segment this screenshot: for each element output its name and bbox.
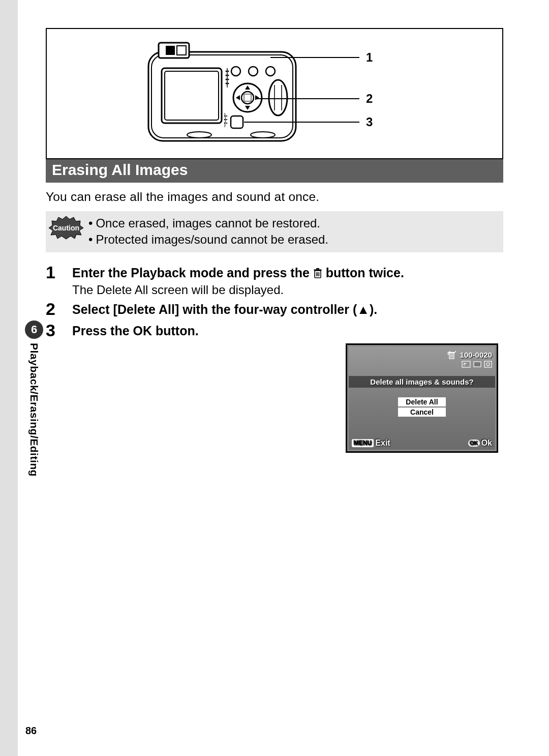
svg-point-21 [228,71,229,72]
svg-point-12 [266,67,275,76]
svg-point-10 [231,67,240,76]
step-3: 3 Press the OK button. [46,322,503,340]
side-tab [0,0,18,756]
svg-point-24 [226,79,227,80]
menu-badge: MENU [352,439,374,447]
exit-label: Exit [375,439,390,448]
svg-point-27 [228,83,229,84]
svg-point-11 [249,67,258,76]
step-number: 1 [46,264,72,298]
callout-1: 1 [366,50,373,65]
step-title: Select [Delete All] with the four-way co… [72,301,503,318]
svg-point-30 [224,119,225,120]
svg-point-8 [241,92,254,104]
caution-block: Caution •Once erased, images cannot be r… [46,211,503,252]
svg-point-32 [224,123,225,124]
svg-point-13 [269,80,287,115]
intro-text: You can erase all the images and sound a… [46,190,503,204]
svg-point-26 [226,83,227,84]
camera-diagram: 1 2 3 [46,28,503,159]
svg-rect-48 [474,362,481,367]
step-title: Press the OK button. [72,323,503,339]
step-1: 1 Enter the Playback mode and press the … [46,264,503,298]
step-2: 2 Select [Delete All] with the four-way … [46,300,503,318]
lcd-question: Delete all images & sounds? [349,376,495,388]
svg-point-22 [226,75,227,76]
step-title: Enter the Playback mode and press the bu… [72,265,503,281]
caution-list: •Once erased, images cannot be restored.… [86,215,328,248]
chapter-number: 6 [25,321,43,339]
step-number: 3 [46,322,72,340]
callout-2: 2 [366,92,373,106]
lcd-option-delete-all: Delete All [398,397,446,406]
svg-point-28 [224,115,225,117]
trash-stack-icon [447,350,457,360]
trash-icon [313,268,322,279]
ok-badge: OK [468,440,480,447]
page-content: 1 2 3 Erasing All Images You can erase a… [46,28,503,343]
lcd-ok: OK Ok [468,439,492,448]
svg-rect-49 [484,361,492,367]
lcd-menu-exit: MENU Exit [352,439,390,448]
svg-rect-5 [162,68,222,123]
svg-point-50 [486,363,490,366]
chapter-label: Playback/Erasing/Editing [28,343,40,477]
memory-icon [484,361,492,368]
card-icon [473,361,482,368]
lcd-option-cancel: Cancel [398,408,446,417]
svg-point-25 [228,79,229,80]
chapter-marker: 6 Playback/Erasing/Editing [21,321,47,477]
file-number: 100-0020 [460,351,492,359]
svg-point-33 [226,123,227,124]
page-number: 86 [25,725,37,737]
section-heading: Erasing All Images [46,158,503,183]
svg-rect-40 [314,269,321,271]
svg-rect-16 [231,116,243,128]
svg-rect-3 [166,46,175,55]
caution-item: •Protected images/sound cannot be erased… [88,231,328,248]
svg-point-20 [226,71,227,72]
lcd-preview: 100-0020 Delete all images & sounds? Del… [346,343,498,453]
step-desc: The Delete All screen will be displayed. [72,283,503,297]
svg-point-29 [226,115,227,117]
sound-icon [462,361,471,368]
caution-item: •Once erased, images cannot be restored. [88,215,328,231]
step-list: 1 Enter the Playback mode and press the … [46,264,503,340]
svg-point-18 [251,132,275,138]
camera-illustration [143,37,301,151]
svg-rect-41 [316,268,319,270]
step-number: 2 [46,300,72,318]
caution-icon: Caution [46,215,86,240]
svg-text:Caution: Caution [53,224,79,232]
up-triangle-icon: ▲ [357,302,370,316]
svg-point-31 [226,119,227,120]
ok-label: Ok [481,439,492,448]
svg-point-17 [187,132,211,138]
svg-point-23 [228,75,229,76]
callout-3: 3 [366,115,373,129]
